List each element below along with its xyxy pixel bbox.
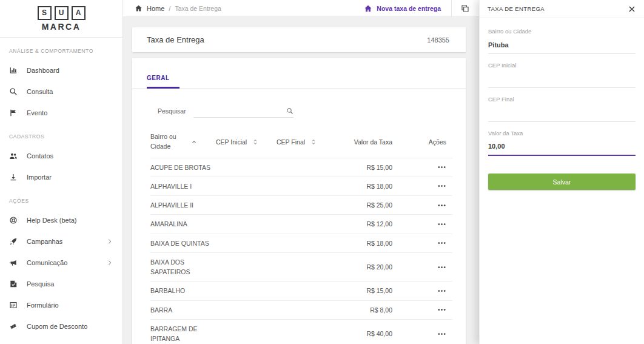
table-row: BAIXA DE QUINTAS R$ 18,00 (150, 234, 452, 252)
page-title-card: Taxa de Entrega 148355 (132, 27, 466, 52)
search-label: Pesquisar (158, 107, 186, 118)
cell-fee-value: R$ 12,00 (340, 220, 394, 228)
search-row: Pesquisar (158, 105, 452, 118)
cell-fee-value: R$ 8,00 (340, 306, 394, 314)
sidebar-item[interactable]: Dashboard (0, 59, 122, 81)
sidebar-item[interactable]: Contatos (0, 145, 122, 166)
sidebar-item-label: Campanhas (27, 238, 107, 245)
drawer-title: TAXA DE ENTREGA (488, 5, 545, 12)
cell-neighborhood: ACUPE DE BROTAS (150, 163, 216, 172)
save-button[interactable]: Salvar (488, 174, 636, 190)
sidebar-item-label: Help Desk (beta) (27, 217, 113, 224)
delivery-fee-table: Bairro ou Cidade CEP Inicial CEP Final V… (150, 127, 452, 344)
sidebar-item[interactable]: Cupom de Desconto (0, 315, 122, 337)
sort-ascending-icon (191, 139, 197, 145)
row-actions-ellipsis-icon[interactable] (437, 329, 446, 339)
sidebar-item-label: Cupom de Desconto (27, 323, 113, 330)
row-actions-ellipsis-icon[interactable] (437, 163, 446, 172)
field-input[interactable] (488, 35, 636, 54)
field-input[interactable] (488, 103, 636, 122)
sidebar-item[interactable]: Evento (0, 102, 122, 123)
breadcrumb-home-link[interactable]: Home (147, 5, 164, 12)
cell-fee-value: R$ 20,00 (340, 263, 394, 271)
content-card: GERAL Pesquisar Bairro ou Cidade CEP Ini… (132, 58, 466, 344)
table-header-cep-start[interactable]: CEP Inicial (216, 138, 277, 146)
row-actions-ellipsis-icon[interactable] (437, 201, 446, 210)
brand-logo: S U A MARCA (0, 0, 122, 38)
table-header-row: Bairro ou Cidade CEP Inicial CEP Final V… (150, 127, 452, 158)
search-input[interactable] (193, 106, 293, 118)
cell-fee-value: R$ 18,00 (340, 240, 394, 247)
field-input[interactable] (488, 137, 636, 156)
row-actions-ellipsis-icon[interactable] (437, 305, 446, 314)
header-actions: Nova taxa de entrega (364, 0, 470, 17)
sidebar-item-label: Comunicação (27, 259, 107, 266)
sidebar-section-label: ANÁLISE & COMPORTAMENTO (0, 38, 122, 59)
table-header-cep-end[interactable]: CEP Final (277, 138, 340, 146)
field-input[interactable] (488, 69, 636, 88)
cell-fee-value: R$ 15,00 (340, 287, 394, 294)
sort-both-icon (310, 139, 317, 145)
tab-bar: GERAL (132, 58, 466, 89)
table-row: BAIXA DOS SAPATEIROS R$ 20,00 (150, 252, 452, 282)
row-actions-ellipsis-icon[interactable] (437, 220, 446, 229)
search-icon (9, 87, 18, 96)
page-title: Taxa de Entrega (147, 35, 204, 44)
close-icon[interactable] (628, 5, 636, 13)
sidebar-item-label: Consulta (27, 88, 113, 95)
sidebar-item[interactable]: Formulário (0, 294, 122, 315)
row-actions-ellipsis-icon[interactable] (437, 263, 446, 272)
sidebar-item[interactable]: Importar (0, 166, 122, 187)
sidebar-section-label: AÇÕES (0, 187, 122, 209)
row-actions-ellipsis-icon[interactable] (437, 181, 446, 191)
logo-letter-boxes: S U A (38, 6, 86, 20)
logo-letter: S (38, 6, 52, 20)
sidebar-section-label: CADASTROS (0, 123, 122, 145)
magnifier-icon (286, 107, 293, 115)
megaphone-icon (9, 258, 18, 267)
logo-letter: U (55, 6, 69, 20)
table-row: AMARALINA R$ 12,00 (150, 214, 452, 233)
row-actions-ellipsis-icon[interactable] (437, 286, 446, 295)
form-field: CEP Inicial (488, 62, 636, 88)
table-header-name[interactable]: Bairro ou Cidade (150, 132, 216, 152)
helpdesk-icon (9, 216, 18, 224)
sidebar-item[interactable]: Pesquisa (0, 273, 122, 294)
table-row: ACUPE DE BROTAS R$ 15,00 (150, 158, 452, 177)
windows-copy-icon[interactable] (460, 4, 470, 13)
sidebar-item[interactable]: Comunicação (0, 252, 122, 273)
field-label: Valor da Taxa (488, 130, 636, 137)
sidebar-item[interactable]: Consulta (0, 81, 122, 102)
new-delivery-fee-button[interactable]: Nova taxa de entrega (364, 4, 451, 13)
table-row: BARBALHO R$ 15,00 (150, 281, 452, 300)
survey-icon (9, 280, 18, 288)
sidebar-item-label: Pesquisa (27, 280, 113, 288)
home-icon (135, 4, 143, 12)
header-divider (451, 0, 452, 17)
cell-neighborhood: BAIXA DOS SAPATEIROS (150, 257, 216, 277)
contacts-icon (9, 152, 18, 160)
main-content: Taxa de Entrega 148355 GERAL Pesquisar B… (132, 27, 466, 344)
cell-fee-value: R$ 18,00 (340, 183, 394, 190)
sidebar-item[interactable]: Campanhas (0, 231, 122, 252)
rocket-icon (9, 237, 18, 246)
tab-geral[interactable]: GERAL (147, 75, 179, 89)
table-header-value: Valor da Taxa (340, 138, 394, 146)
chevron-right-icon (107, 260, 113, 266)
sidebar-item[interactable]: Help Desk (beta) (0, 209, 122, 231)
cell-neighborhood: AMARALINA (150, 219, 216, 229)
flag-icon (9, 109, 18, 117)
breadcrumb: Home / Taxa de Entrega (123, 4, 221, 12)
sidebar-nav: ANÁLISE & COMPORTAMENTO Dashboard Consul… (0, 38, 122, 337)
form-icon (9, 301, 18, 309)
sort-both-icon (252, 139, 258, 145)
sidebar-item-label: Formulário (27, 302, 113, 309)
cell-neighborhood: BAIXA DE QUINTAS (150, 238, 216, 248)
row-actions-ellipsis-icon[interactable] (437, 238, 446, 248)
field-label: CEP Inicial (488, 62, 636, 69)
cell-neighborhood: BARRAGEM DE IPITANGA (150, 324, 216, 344)
sidebar-item-label: Evento (27, 109, 113, 116)
sidebar-item-label: Importar (27, 174, 113, 181)
drawer-form: Bairro ou Cidade CEP Inicial CEP Final V… (480, 18, 644, 156)
search-box (193, 105, 293, 118)
